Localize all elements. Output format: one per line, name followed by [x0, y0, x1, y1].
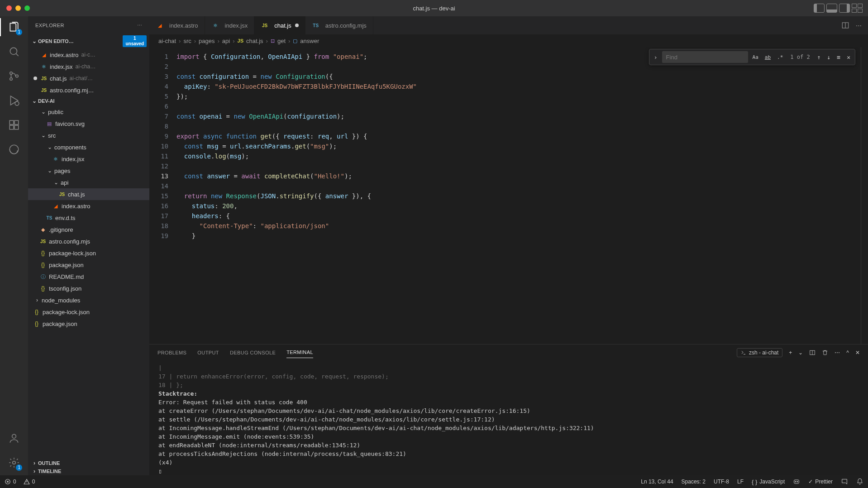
project-header[interactable]: ⌄ DEV-AI: [28, 97, 149, 105]
panel-more-icon[interactable]: ⋯: [835, 349, 840, 356]
new-terminal-icon[interactable]: +: [789, 349, 792, 356]
status-language[interactable]: { } JavaScript: [752, 478, 785, 485]
status-errors[interactable]: 0: [5, 478, 16, 485]
folder-item[interactable]: ⌄src: [28, 129, 149, 141]
split-terminal-icon[interactable]: [809, 349, 816, 356]
run-debug-icon[interactable]: [8, 94, 20, 107]
close-panel-icon[interactable]: ✕: [855, 349, 860, 356]
toggle-panel-right-icon[interactable]: [839, 4, 850, 13]
open-editor-item[interactable]: JSastro.config.mj…: [28, 84, 149, 96]
toggle-panel-bottom-icon[interactable]: [826, 4, 837, 13]
minimap[interactable]: [861, 47, 868, 344]
folder-item[interactable]: ⌄public: [28, 106, 149, 118]
breadcrumb-segment[interactable]: api: [222, 38, 230, 44]
file-item[interactable]: ◢index.astro: [28, 200, 149, 212]
kill-terminal-icon[interactable]: [822, 349, 828, 356]
maximize-window-button[interactable]: [24, 5, 30, 11]
breadcrumb-segment[interactable]: answer: [300, 38, 319, 44]
file-item[interactable]: ⓘREADME.md: [28, 271, 149, 282]
minimize-window-button[interactable]: [15, 5, 21, 11]
terminal-output[interactable]: | 17 | return enhanceError(error, config…: [149, 361, 868, 475]
ts-file-icon: TS: [45, 215, 53, 220]
breadcrumb-segment[interactable]: src: [183, 38, 191, 44]
toggle-panel-left-icon[interactable]: [814, 4, 825, 13]
timeline-header[interactable]: › TIMELINE: [28, 467, 149, 475]
accounts-icon[interactable]: [8, 432, 20, 445]
outline-header[interactable]: › OUTLINE: [28, 459, 149, 467]
file-item[interactable]: JSastro.config.mjs: [28, 235, 149, 247]
match-word-icon[interactable]: ab: [763, 53, 773, 61]
item-name: README.md: [49, 273, 84, 280]
settings-gear-icon[interactable]: 1: [8, 456, 20, 469]
breadcrumb-segment[interactable]: pages: [199, 38, 215, 44]
folder-item[interactable]: ›node_modules: [28, 294, 149, 306]
open-editor-item[interactable]: ⚛index.jsxai-cha…: [28, 61, 149, 72]
close-find-icon[interactable]: ✕: [845, 54, 852, 61]
file-item[interactable]: {}package.json: [28, 259, 149, 271]
status-copilot-icon[interactable]: [793, 478, 800, 485]
file-item[interactable]: JSchat.js: [28, 188, 149, 200]
file-item[interactable]: TSenv.d.ts: [28, 212, 149, 224]
status-eol[interactable]: LF: [737, 478, 744, 485]
open-editor-item[interactable]: ◢index.astroai-c…: [28, 49, 149, 61]
open-editor-item[interactable]: JSchat.jsai-chat/…: [28, 72, 149, 84]
split-editor-icon[interactable]: [841, 21, 849, 29]
close-window-button[interactable]: [6, 5, 12, 11]
terminal-selector[interactable]: zsh - ai-chat: [737, 348, 782, 357]
file-item[interactable]: ◆.gitignore: [28, 224, 149, 235]
file-item[interactable]: {}package.json: [28, 318, 149, 330]
editor-tab[interactable]: JSchat.js: [254, 16, 305, 34]
extensions-icon[interactable]: [8, 119, 20, 131]
breadcrumb[interactable]: ai-chat›src›pages›api›JSchat.js›⊡get›▢an…: [149, 34, 868, 47]
editor-tab[interactable]: ⚛index.jsx: [205, 16, 255, 34]
settings-badge: 1: [16, 464, 22, 471]
editor-tab[interactable]: ◢index.astro: [149, 16, 205, 34]
sidebar-more-icon[interactable]: ⋯: [137, 23, 143, 29]
breadcrumb-segment[interactable]: chat.js: [246, 38, 263, 44]
search-icon[interactable]: [8, 45, 20, 58]
expand-replace-icon[interactable]: ›: [652, 54, 659, 61]
folder-item[interactable]: ⌄pages: [28, 165, 149, 177]
code-editor[interactable]: › Aa ab .* 1 of 2 ↑ ↓ ≡ ✕ 12345678910111…: [149, 47, 868, 344]
status-bell-icon[interactable]: [856, 478, 863, 485]
folder-item[interactable]: ⌄api: [28, 177, 149, 188]
status-prettier[interactable]: ✓Prettier: [808, 478, 833, 485]
file-path-hint: ai-cha…: [76, 63, 96, 70]
customize-layout-icon[interactable]: [852, 4, 863, 13]
find-next-icon[interactable]: ↓: [825, 54, 833, 61]
find-input[interactable]: [662, 51, 748, 63]
status-encoding[interactable]: UTF-8: [714, 478, 729, 485]
maximize-panel-icon[interactable]: ^: [846, 349, 849, 356]
breadcrumb-segment[interactable]: get: [277, 38, 286, 44]
file-item[interactable]: {}package-lock.json: [28, 247, 149, 259]
status-spaces[interactable]: Spaces: 2: [682, 478, 706, 485]
status-warnings[interactable]: 0: [24, 478, 35, 485]
code-content[interactable]: import { Configuration, OpenAIApi } from…: [176, 47, 861, 344]
panel-tab-debug-console[interactable]: DEBUG CONSOLE: [230, 347, 276, 358]
status-cursor[interactable]: Ln 13, Col 44: [641, 478, 673, 485]
terminal-dropdown-icon[interactable]: ⌄: [798, 349, 803, 356]
edge-tools-icon[interactable]: [8, 143, 20, 156]
find-prev-icon[interactable]: ↑: [816, 54, 823, 61]
panel-tab-terminal[interactable]: TERMINAL: [286, 347, 313, 358]
file-item[interactable]: {}tsconfig.json: [28, 282, 149, 294]
panel-tab-problems[interactable]: PROBLEMS: [157, 347, 186, 358]
astro-file-icon: ◢: [40, 52, 48, 58]
breadcrumb-segment[interactable]: ai-chat: [158, 38, 176, 44]
source-control-icon[interactable]: [8, 70, 20, 82]
file-item[interactable]: {}package-lock.json: [28, 306, 149, 318]
regex-icon[interactable]: .*: [775, 53, 785, 61]
file-item[interactable]: ▤favicon.svg: [28, 118, 149, 129]
js-file-icon: JS: [238, 38, 243, 43]
find-selection-icon[interactable]: ≡: [835, 54, 842, 61]
file-name: chat.js: [50, 75, 67, 82]
explorer-icon[interactable]: 1: [8, 21, 20, 33]
file-item[interactable]: ⚛index.jsx: [28, 153, 149, 165]
open-editors-header[interactable]: ⌄ OPEN EDITO… 1unsaved: [28, 34, 149, 48]
folder-item[interactable]: ⌄components: [28, 141, 149, 153]
status-feedback-icon[interactable]: [841, 478, 848, 485]
more-actions-icon[interactable]: ⋯: [856, 22, 862, 29]
panel-tab-output[interactable]: OUTPUT: [197, 347, 219, 358]
match-case-icon[interactable]: Aa: [751, 53, 760, 61]
editor-tab[interactable]: TSastro.config.mjs: [305, 16, 373, 34]
